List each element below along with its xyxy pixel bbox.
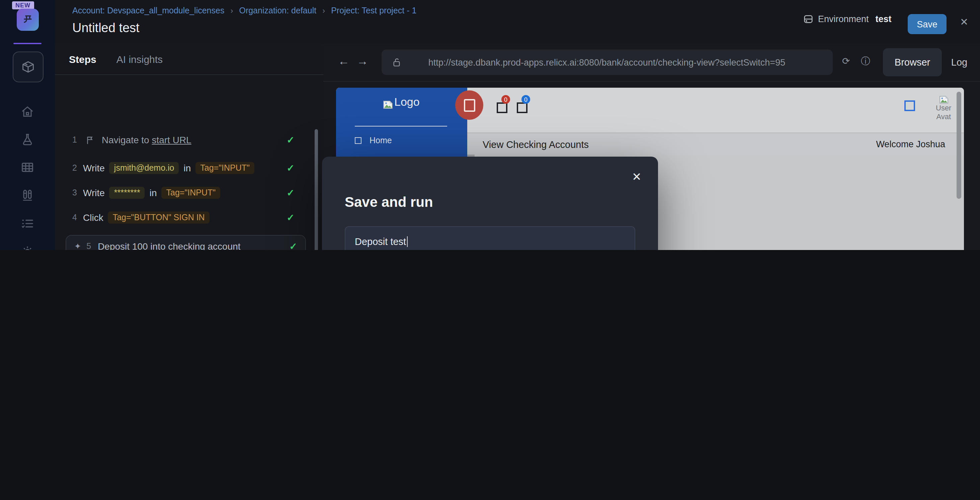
step-passed-icon: ✓: [287, 162, 294, 174]
step-passed-icon: ✓: [290, 241, 297, 250]
info-icon[interactable]: ⓘ: [861, 56, 870, 68]
step-number: 1: [72, 135, 78, 145]
left-icon-sidebar: NEW: [0, 0, 55, 250]
steps-panel: Steps AI insights 1 Navigate to start UR…: [55, 43, 324, 250]
step-group-label: Deposit 100 into checking account: [98, 241, 241, 250]
back-icon[interactable]: ←: [338, 55, 349, 68]
grid-icon: [20, 160, 35, 175]
step-verb: Click: [83, 212, 103, 223]
step-value-chip: ********: [110, 187, 145, 199]
sidebar-item-suites[interactable]: [19, 159, 35, 175]
close-icon[interactable]: ✕: [960, 16, 968, 28]
url-bar[interactable]: http://stage.dbank.prod-apps.relicx.ai:8…: [382, 49, 833, 75]
broken-icon: [497, 102, 508, 113]
tab-ai-insights[interactable]: AI insights: [116, 53, 163, 65]
steps-scrollbar[interactable]: [315, 129, 318, 250]
breadcrumb-organization[interactable]: Organization: default: [239, 6, 316, 15]
bank-welcome-text: Welcome Joshua: [876, 139, 945, 149]
sidebar-item-config[interactable]: [19, 244, 35, 250]
app-window: Account: Devspace_all_module_licenses › …: [0, 0, 980, 250]
tab-steps[interactable]: Steps: [69, 53, 96, 65]
environment-icon: [803, 14, 813, 24]
avatar-alt-text: Avat: [936, 113, 951, 121]
forward-icon[interactable]: →: [357, 55, 368, 68]
sidebar-item-home[interactable]: [19, 104, 35, 120]
step-value-chip: jsmith@demo.io: [110, 162, 179, 174]
bank-logo-text: Logo: [394, 96, 420, 109]
record-indicator[interactable]: [455, 90, 483, 120]
bank-nav-home[interactable]: Home: [355, 136, 392, 145]
rail-divider: [13, 43, 41, 44]
step-number: 2: [72, 163, 78, 173]
step-row-2[interactable]: 2 Write jsmith@demo.io in Tag="INPUT" ✓: [72, 162, 294, 174]
step-passed-icon: ✓: [287, 212, 294, 223]
step-number: 4: [72, 213, 78, 222]
step-row-3[interactable]: 3 Write ******** in Tag="INPUT" ✓: [72, 187, 294, 199]
environment-selector[interactable]: Environment test: [803, 14, 892, 24]
bank-scrollbar[interactable]: [956, 92, 961, 199]
bank-header: [467, 88, 964, 132]
step-row-4[interactable]: 4 Click Tag="BUTTON" SIGN IN ✓: [72, 212, 294, 224]
home-icon: [20, 104, 35, 119]
step-connector: in: [183, 162, 191, 174]
chevron-right-icon: ›: [322, 6, 325, 15]
flag-icon: [86, 135, 94, 144]
dialog-title: Save and run: [345, 194, 433, 210]
bank-notification-2[interactable]: 0: [517, 102, 528, 113]
step-group-header[interactable]: ✦ 5 Deposit 100 into checking account ✓: [66, 236, 305, 250]
close-icon[interactable]: ✕: [632, 170, 642, 184]
environment-value: test: [876, 14, 892, 24]
sidebar-item-recorder-active[interactable]: [13, 51, 43, 82]
breadcrumb-account[interactable]: Account: Devspace_all_module_licenses: [72, 6, 224, 15]
save-button[interactable]: Save: [908, 14, 947, 34]
step-text: Navigate to start URL: [102, 135, 191, 145]
view-mode-tabs: Browser Log: [883, 48, 977, 76]
tab-log[interactable]: Log: [942, 48, 977, 76]
bank-subheader: View Checking Accounts Welcome Joshua: [467, 132, 964, 155]
sidebar-item-lab[interactable]: [19, 132, 35, 148]
app-logo[interactable]: [17, 9, 39, 31]
flask-icon: [20, 132, 35, 147]
step-locator-chip: Tag="BUTTON" SIGN IN: [108, 212, 210, 224]
step-locator-chip: Tag="INPUT": [196, 162, 255, 174]
test-name-value: Deposit test: [355, 236, 406, 247]
broken-image-icon: [939, 96, 948, 104]
cube-icon: [21, 60, 35, 74]
text-caret: [407, 236, 408, 247]
steps-tab-bar: Steps AI insights: [55, 43, 323, 75]
environment-label: Environment: [818, 14, 869, 24]
broken-icon: [355, 137, 361, 144]
notification-badge: 0: [501, 95, 510, 104]
checklist-icon: [20, 216, 35, 231]
step-passed-icon: ✓: [287, 188, 294, 198]
step-locator-chip: Tag="INPUT": [162, 187, 221, 199]
step-verb: Write: [83, 188, 105, 198]
bank-notification-1[interactable]: 0: [497, 102, 508, 113]
notification-badge: 0: [522, 95, 530, 104]
bank-checkbox-icon[interactable]: [904, 100, 915, 111]
test-name-input[interactable]: Deposit test: [345, 226, 635, 250]
step-verb: Write: [83, 162, 105, 174]
step-number: 5: [86, 242, 92, 250]
stop-icon: [463, 99, 475, 111]
sidebar-item-tests-active[interactable]: [19, 188, 35, 204]
bank-nav-label: Home: [369, 136, 392, 145]
step-group-5: ✦ 5 Deposit 100 into checking account ✓ …: [65, 235, 306, 250]
url-text: http://stage.dbank.prod-apps.relicx.ai:8…: [401, 57, 833, 67]
start-url-link[interactable]: start URL: [152, 135, 191, 145]
step-connector: in: [150, 188, 157, 198]
step-number: 3: [72, 188, 78, 197]
bank-user-avatar-broken[interactable]: User Avat: [936, 96, 951, 121]
bank-page-heading: View Checking Accounts: [483, 139, 589, 150]
breadcrumb-project[interactable]: Project: Test project - 1: [331, 6, 416, 15]
tab-browser[interactable]: Browser: [883, 48, 942, 76]
lock-open-icon: [392, 57, 401, 67]
bank-logo[interactable]: Logo: [383, 96, 420, 109]
sidebar-item-runs[interactable]: [19, 215, 35, 232]
divider: [355, 126, 447, 126]
refresh-icon[interactable]: ⟳: [842, 56, 850, 66]
test-title[interactable]: Untitled test: [72, 21, 140, 35]
broken-icon: [517, 102, 528, 113]
step-row-1[interactable]: 1 Navigate to start URL ✓: [72, 135, 294, 145]
step-passed-icon: ✓: [287, 135, 294, 145]
